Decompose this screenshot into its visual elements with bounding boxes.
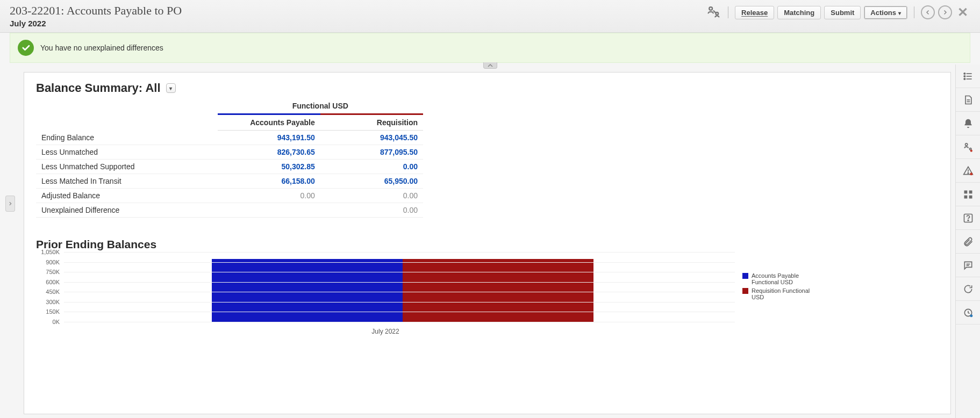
chart-x-label: July 2022	[36, 328, 735, 335]
chart-bar[interactable]	[212, 259, 403, 322]
submit-button[interactable]: Submit	[824, 6, 861, 19]
svg-point-12	[970, 149, 972, 152]
legend-item[interactable]: Accounts Payable Functional USD	[742, 272, 812, 285]
balance-value-ap[interactable]: 943,191.50	[218, 131, 320, 145]
balance-value-rq: 0.00	[320, 203, 423, 218]
balance-row-label: Adjusted Balance	[36, 189, 218, 203]
status-banner: You have no unexplained differences	[10, 33, 970, 63]
gridline	[64, 252, 735, 253]
bar-group	[212, 259, 593, 322]
y-tick-label: 600K	[46, 279, 60, 285]
y-tick-label: 1,050K	[41, 249, 60, 255]
svg-rect-17	[969, 190, 972, 193]
svg-rect-19	[969, 195, 972, 198]
balance-row: Less Unmatched826,730.65877,095.50	[36, 145, 423, 160]
svg-point-5	[964, 73, 965, 74]
col-header-rq: Requisition	[320, 114, 423, 131]
chart-title: Prior Ending Balances	[36, 238, 939, 251]
svg-point-1	[716, 12, 719, 15]
help-icon[interactable]	[956, 206, 980, 230]
gridline	[64, 302, 735, 302]
left-panel-toggle[interactable]	[5, 196, 15, 212]
release-button[interactable]: Release	[735, 6, 774, 19]
svg-point-14	[968, 172, 969, 174]
right-rail	[955, 64, 980, 418]
bell-icon[interactable]	[956, 112, 980, 135]
header-toolbar: Release Matching Submit Actions▾ ✕	[706, 5, 970, 20]
y-tick-label: 900K	[46, 259, 60, 265]
legend-item[interactable]: Requisition Functional USD	[742, 287, 812, 300]
svg-point-6	[964, 75, 965, 77]
balance-value-rq[interactable]: 0.00	[320, 160, 423, 174]
currency-header: Functional USD	[218, 100, 424, 114]
balance-value-rq[interactable]: 65,950.00	[320, 174, 423, 189]
balance-value-rq: 0.00	[320, 189, 423, 203]
balance-value-rq[interactable]: 877,095.50	[320, 145, 423, 160]
alert-icon[interactable]	[956, 159, 980, 183]
gridline	[64, 312, 735, 312]
y-tick-label: 150K	[46, 308, 60, 315]
y-tick-label: 0K	[53, 319, 60, 325]
legend-label: Accounts Payable Functional USD	[752, 272, 812, 285]
apps-icon[interactable]	[956, 183, 980, 206]
balance-summary-heading: Balance Summary: All ▾	[36, 81, 939, 95]
chart-bar[interactable]	[403, 259, 593, 322]
chart-legend: Accounts Payable Functional USDRequisiti…	[742, 272, 812, 335]
separator	[728, 6, 728, 18]
svg-point-25	[970, 314, 972, 317]
svg-point-21	[968, 220, 969, 221]
legend-label: Requisition Functional USD	[752, 287, 812, 300]
matching-button[interactable]: Matching	[777, 6, 821, 19]
user-hierarchy-icon[interactable]	[956, 135, 980, 159]
gridline	[64, 262, 735, 263]
gridline	[64, 272, 735, 272]
close-button[interactable]: ✕	[955, 5, 970, 20]
balance-row-label: Less Matched In Transit	[36, 174, 218, 189]
balance-summary-title: Balance Summary: All	[36, 81, 161, 95]
comment-icon[interactable]	[956, 254, 980, 277]
user-hierarchy-icon[interactable]	[706, 5, 721, 19]
balance-row-label: Ending Balance	[36, 131, 218, 145]
balance-value-rq[interactable]: 943,045.50	[320, 131, 423, 145]
chart-area: 1,050K900K750K600K450K300K150K0K July 20…	[36, 252, 939, 335]
svg-point-15	[970, 172, 972, 175]
balance-summary-table: Functional USD Accounts Payable Requisit…	[36, 100, 423, 218]
main-panel: Balance Summary: All ▾ Functional USD Ac…	[24, 72, 951, 414]
balance-value-ap[interactable]: 66,158.00	[218, 174, 320, 189]
page-period: July 2022	[10, 19, 182, 28]
balance-value-ap[interactable]: 826,730.65	[218, 145, 320, 160]
actions-dropdown[interactable]: Actions▾	[864, 6, 907, 19]
page-title: 203-22201: Accounts Payable to PO	[10, 4, 182, 18]
balance-row-label: Less Unmatched	[36, 145, 218, 160]
balance-row: Less Matched In Transit66,158.0065,950.0…	[36, 174, 423, 189]
prev-button[interactable]	[921, 5, 935, 19]
balance-row: Less Unmatched Supported50,302.850.00	[36, 160, 423, 174]
status-message: You have no unexplained differences	[40, 44, 163, 52]
attachment-icon[interactable]	[956, 230, 980, 254]
legend-swatch	[742, 273, 748, 279]
balance-row: Unexplained Difference0.00	[36, 203, 423, 218]
svg-point-11	[969, 148, 971, 149]
balance-row: Adjusted Balance0.000.00	[36, 189, 423, 203]
balance-row-label: Unexplained Difference	[36, 203, 218, 218]
y-tick-label: 750K	[46, 269, 60, 275]
next-button[interactable]	[938, 5, 952, 19]
schedule-icon[interactable]	[956, 301, 980, 325]
svg-rect-16	[964, 190, 967, 193]
page-header: 203-22201: Accounts Payable to PO July 2…	[0, 0, 980, 33]
svg-point-7	[964, 78, 965, 80]
balance-value-ap: 0.00	[218, 189, 320, 203]
col-header-ap: Accounts Payable	[218, 114, 320, 131]
document-icon[interactable]	[956, 88, 980, 112]
summary-filter-dropdown[interactable]: ▾	[166, 83, 176, 93]
refresh-icon[interactable]	[956, 277, 980, 301]
main-wrap: Balance Summary: All ▾ Functional USD Ac…	[0, 72, 980, 414]
balance-value-ap[interactable]: 50,302.85	[218, 160, 320, 174]
collapse-banner-handle[interactable]	[483, 62, 497, 69]
check-icon	[18, 40, 34, 56]
list-icon[interactable]	[956, 64, 980, 88]
gridline	[64, 322, 735, 322]
gridline	[64, 282, 735, 283]
chart-y-axis: 1,050K900K750K600K450K300K150K0K	[36, 252, 62, 322]
header-left: 203-22201: Accounts Payable to PO July 2…	[10, 4, 182, 28]
